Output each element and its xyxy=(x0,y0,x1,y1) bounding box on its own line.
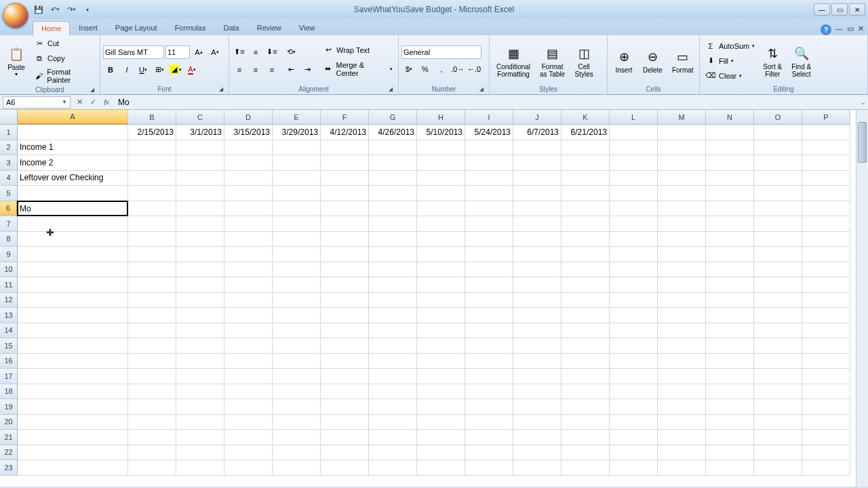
cell-M19[interactable] xyxy=(658,399,706,415)
border-button[interactable]: ⊞▾ xyxy=(152,62,167,77)
column-header-a[interactable]: A xyxy=(18,110,128,125)
cell-O2[interactable] xyxy=(754,140,802,156)
cell-O7[interactable] xyxy=(754,216,802,232)
cell-P6[interactable] xyxy=(802,201,850,217)
cell-N2[interactable] xyxy=(706,140,754,156)
cell-B10[interactable] xyxy=(128,262,176,278)
cell-M16[interactable] xyxy=(658,354,706,369)
cell-N9[interactable] xyxy=(706,247,754,262)
cell-A10[interactable] xyxy=(18,262,128,278)
cell-L2[interactable] xyxy=(610,140,658,156)
autosum-button[interactable]: ΣAutoSum▾ xyxy=(703,39,757,53)
sort-filter-button[interactable]: ⇅Sort & Filter xyxy=(759,43,786,79)
cell-N4[interactable] xyxy=(706,171,754,186)
cell-P19[interactable] xyxy=(802,399,850,415)
cell-O9[interactable] xyxy=(754,247,802,262)
cell-A5[interactable] xyxy=(18,186,128,201)
cell-F7[interactable] xyxy=(321,216,369,232)
cell-D19[interactable] xyxy=(224,399,273,415)
cell-D22[interactable] xyxy=(224,445,273,461)
cell-E12[interactable] xyxy=(273,293,321,308)
cell-H14[interactable] xyxy=(417,323,465,339)
cell-I13[interactable] xyxy=(465,308,513,323)
cell-K11[interactable] xyxy=(561,277,610,293)
cell-P8[interactable] xyxy=(802,232,850,247)
cell-C16[interactable] xyxy=(176,354,224,369)
cancel-edit-button[interactable]: ✕ xyxy=(73,96,85,108)
cell-C23[interactable] xyxy=(176,460,224,476)
row-header-12[interactable]: 12 xyxy=(0,293,18,308)
cell-O13[interactable] xyxy=(754,308,802,323)
cell-K21[interactable] xyxy=(561,430,610,445)
cell-F18[interactable] xyxy=(321,384,369,400)
column-header-f[interactable]: F xyxy=(321,110,369,125)
cell-I8[interactable] xyxy=(465,232,513,247)
cell-N7[interactable] xyxy=(706,216,754,232)
column-header-d[interactable]: D xyxy=(224,110,273,125)
conditional-formatting-button[interactable]: ▦Conditional Formatting xyxy=(492,43,534,79)
accounting-format-button[interactable]: $▾ xyxy=(401,62,416,77)
decrease-font-button[interactable]: A▾ xyxy=(208,45,222,60)
cell-H2[interactable] xyxy=(417,140,465,156)
cell-A23[interactable] xyxy=(18,460,128,476)
font-size-select[interactable] xyxy=(165,45,190,59)
cell-J16[interactable] xyxy=(513,354,561,369)
cell-M4[interactable] xyxy=(658,171,706,186)
cell-D20[interactable] xyxy=(224,415,273,430)
chevron-down-icon[interactable]: ▼ xyxy=(62,99,67,105)
cell-H4[interactable] xyxy=(417,171,465,186)
cell-G14[interactable] xyxy=(369,323,417,339)
cell-A19[interactable] xyxy=(18,399,128,415)
row-header-6[interactable]: 6 xyxy=(0,201,18,217)
cell-M9[interactable] xyxy=(658,247,706,262)
cell-P20[interactable] xyxy=(802,415,850,430)
cell-D16[interactable] xyxy=(224,354,273,369)
bold-button[interactable]: B xyxy=(103,62,118,77)
cell-I19[interactable] xyxy=(465,399,513,415)
cell-D6[interactable] xyxy=(224,201,273,217)
fx-button[interactable]: fx xyxy=(100,96,113,108)
cell-B20[interactable] xyxy=(128,415,176,430)
cell-C4[interactable] xyxy=(176,171,224,186)
cell-O23[interactable] xyxy=(754,460,802,476)
cell-G20[interactable] xyxy=(369,415,417,430)
cell-E15[interactable] xyxy=(273,338,321,354)
cell-E22[interactable] xyxy=(273,445,321,461)
cell-L22[interactable] xyxy=(610,445,658,461)
cell-M20[interactable] xyxy=(658,415,706,430)
cell-B21[interactable] xyxy=(128,430,176,445)
cell-K7[interactable] xyxy=(561,216,610,232)
cell-E14[interactable] xyxy=(273,323,321,339)
cell-K15[interactable] xyxy=(561,338,610,354)
cell-L3[interactable] xyxy=(610,155,658,171)
cell-M23[interactable] xyxy=(658,460,706,476)
cell-P22[interactable] xyxy=(802,445,850,461)
column-header-j[interactable]: J xyxy=(513,110,561,125)
cell-L17[interactable] xyxy=(610,369,658,384)
cell-M6[interactable] xyxy=(658,201,706,217)
cell-K2[interactable] xyxy=(561,140,610,156)
cell-K20[interactable] xyxy=(561,415,610,430)
cell-P13[interactable] xyxy=(802,308,850,323)
redo-icon[interactable]: ↷▾ xyxy=(65,3,77,16)
cell-C12[interactable] xyxy=(176,293,224,308)
cell-A16[interactable] xyxy=(18,354,128,369)
cell-M7[interactable] xyxy=(658,216,706,232)
comma-format-button[interactable]: , xyxy=(434,62,449,77)
tab-data[interactable]: Data xyxy=(214,20,248,35)
cell-C6[interactable] xyxy=(176,201,224,217)
cell-K16[interactable] xyxy=(561,354,610,369)
row-header-7[interactable]: 7 xyxy=(0,216,18,232)
cell-B18[interactable] xyxy=(128,384,176,400)
cell-F9[interactable] xyxy=(321,247,369,262)
cell-G19[interactable] xyxy=(369,399,417,415)
cell-G1[interactable]: 4/26/2013 xyxy=(369,125,417,140)
cell-E17[interactable] xyxy=(273,369,321,384)
cell-N1[interactable] xyxy=(706,125,754,140)
qat-customize-icon[interactable]: ▾ xyxy=(81,3,94,16)
cell-G4[interactable] xyxy=(369,171,417,186)
cell-G6[interactable] xyxy=(369,201,417,217)
cell-E3[interactable] xyxy=(273,155,321,171)
cell-E9[interactable] xyxy=(273,247,321,262)
cell-L12[interactable] xyxy=(610,293,658,308)
